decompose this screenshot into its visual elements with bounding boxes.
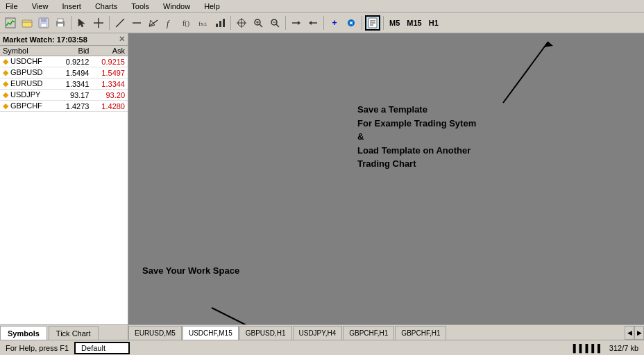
- svg-rect-3: [41, 18, 46, 22]
- svg-rect-18: [216, 24, 218, 27]
- crosshair-button[interactable]: [91, 15, 106, 31]
- trendline-button[interactable]: [146, 15, 161, 31]
- chart-tab-0[interactable]: EURUSD,M5: [128, 326, 182, 340]
- svg-rect-1: [22, 20, 32, 27]
- market-table: Symbol Bid Ask ◆USDCHF0.92120.9215◆GBPUS…: [0, 46, 128, 112]
- scroll-right-button[interactable]: [289, 15, 304, 31]
- market-tbody: ◆USDCHF0.92120.9215◆GBPUSD1.54941.5497◆E…: [0, 56, 128, 112]
- scroll-left-button[interactable]: [305, 15, 321, 31]
- period-m5-label[interactable]: M5: [387, 19, 402, 27]
- market-row: ◆USDCHF0.92120.9215: [0, 56, 128, 67]
- sell-button[interactable]: [344, 15, 359, 31]
- symbol-cell: ◆USDJPY: [0, 90, 56, 101]
- tick-chart-tab[interactable]: Tick Chart: [49, 326, 99, 340]
- ask-cell: 1.4280: [92, 101, 128, 112]
- chart-nav-left[interactable]: ◀: [625, 326, 634, 340]
- main-layout: Market Watch: 17:03:58 ✕ Symbol Bid Ask …: [0, 33, 644, 340]
- buy-button[interactable]: +: [327, 15, 342, 31]
- menu-file[interactable]: File: [3, 1, 21, 11]
- menu-window[interactable]: Window: [160, 1, 193, 11]
- bid-cell: 1.3341: [56, 79, 92, 90]
- hline-button[interactable]: [129, 15, 144, 31]
- market-row: ◆USDJPY93.1793.20: [0, 90, 128, 101]
- ask-cell: 93.20: [92, 90, 128, 101]
- sep-1: [71, 16, 71, 30]
- svg-line-42: [503, 42, 548, 103]
- arrow-workspace: [128, 33, 644, 340]
- ask-cell: 1.3344: [92, 79, 128, 90]
- size-text: 312/7 kb: [609, 344, 638, 352]
- bid-cell: 93.17: [56, 90, 92, 101]
- symbol-cell: ◆GBPUSD: [0, 67, 56, 79]
- ask-cell: 1.5497: [92, 67, 128, 79]
- indicator-button[interactable]: f: [162, 15, 178, 31]
- status-bar: For Help, press F1 Default ▌▌▌▌▌ 312/7 k…: [0, 340, 644, 355]
- svg-rect-7: [58, 24, 63, 26]
- symbol-cell: ◆GBPCHF: [0, 101, 56, 112]
- sep-2: [109, 16, 110, 30]
- save-button[interactable]: [36, 15, 51, 31]
- chart-tab-2[interactable]: GBPUSD,H1: [239, 326, 292, 340]
- chart-area: Save a Template For Example Trading Syte…: [128, 33, 644, 340]
- market-watch-close[interactable]: ✕: [119, 35, 125, 44]
- svg-rect-19: [219, 21, 221, 27]
- period-h1-label[interactable]: H1: [426, 19, 441, 27]
- svg-marker-32: [298, 21, 300, 25]
- status-right: ▌▌▌▌▌ 312/7 kb: [573, 344, 638, 352]
- chart-type-button[interactable]: [212, 15, 228, 31]
- svg-marker-8: [78, 19, 85, 27]
- market-watch-header: Market Watch: 17:03:58 ✕: [0, 33, 128, 46]
- chart-nav: ◀ ▶: [625, 326, 644, 340]
- zoom-in-button[interactable]: [251, 15, 266, 31]
- period-button[interactable]: [234, 15, 249, 31]
- template-button[interactable]: [365, 15, 380, 31]
- annotation-workspace: Save Your Work Space: [142, 264, 239, 278]
- indicator2-button[interactable]: f(): [179, 15, 194, 31]
- chart-tab-3[interactable]: USDJPY,H4: [293, 326, 343, 340]
- menu-help[interactable]: Help: [201, 1, 223, 11]
- sep-6: [362, 16, 362, 30]
- bid-cell: 1.5494: [56, 67, 92, 79]
- svg-line-25: [260, 24, 262, 27]
- bid-cell: 1.4273: [56, 101, 92, 112]
- svg-rect-20: [223, 19, 225, 27]
- chart-tab-4[interactable]: GBPCHF,H1: [343, 326, 394, 340]
- market-watch-title: Market Watch: 17:03:58: [3, 35, 87, 44]
- svg-line-11: [116, 19, 124, 27]
- zoom-out-button[interactable]: [267, 15, 282, 31]
- sep-7: [383, 16, 384, 30]
- col-bid: Bid: [56, 46, 92, 56]
- arrow-template: [128, 33, 644, 340]
- indicator3-button[interactable]: fx±: [196, 15, 211, 31]
- left-panel: Market Watch: 17:03:58 ✕ Symbol Bid Ask …: [0, 33, 128, 340]
- menu-tools[interactable]: Tools: [128, 1, 152, 11]
- sep-4: [285, 16, 286, 30]
- svg-line-29: [276, 24, 279, 27]
- open-button[interactable]: [19, 15, 35, 31]
- period-m15-label[interactable]: M15: [404, 19, 424, 27]
- bars-icon: ▌▌▌▌▌: [573, 344, 604, 352]
- symbol-cell: ◆USDCHF: [0, 56, 56, 67]
- symbol-cell: ◆EURUSD: [0, 79, 56, 90]
- market-row: ◆GBPCHF1.42731.4280: [0, 101, 128, 112]
- svg-rect-6: [58, 19, 63, 22]
- svg-text:f(): f(): [183, 19, 189, 28]
- svg-marker-34: [309, 21, 312, 25]
- menu-view[interactable]: View: [29, 1, 51, 11]
- chart-nav-right[interactable]: ▶: [634, 326, 644, 340]
- market-row: ◆GBPUSD1.54941.5497: [0, 67, 128, 79]
- line-button[interactable]: [112, 15, 128, 31]
- market-row: ◆EURUSD1.33411.3344: [0, 79, 128, 90]
- svg-rect-4: [41, 24, 46, 27]
- menu-charts[interactable]: Charts: [92, 1, 120, 11]
- print-button[interactable]: [53, 15, 68, 31]
- svg-text:f: f: [167, 19, 170, 28]
- pointer-button[interactable]: [74, 15, 90, 31]
- menu-insert[interactable]: Insert: [59, 1, 84, 11]
- new-chart-button[interactable]: [3, 15, 18, 31]
- symbols-tab[interactable]: Symbols: [0, 326, 47, 340]
- chart-tab-1[interactable]: USDCHF,M15: [183, 326, 239, 340]
- col-ask: Ask: [92, 46, 128, 56]
- chart-tab-5[interactable]: GBPCHF,H1: [395, 326, 446, 340]
- menu-bar: File View Insert Charts Tools Window Hel…: [0, 0, 644, 13]
